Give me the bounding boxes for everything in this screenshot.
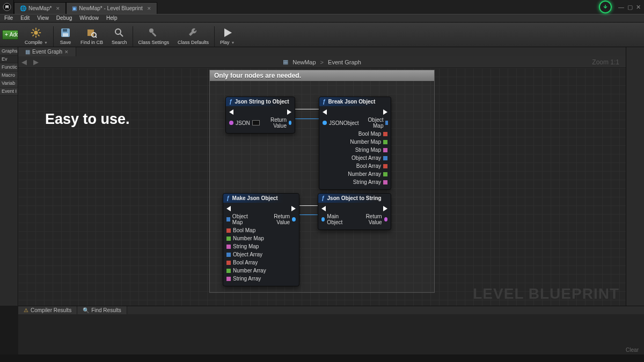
details-panel-collapsed[interactable] xyxy=(626,47,644,306)
object-map-pin[interactable]: Object Map xyxy=(367,117,389,129)
class-settings-button[interactable]: Class Settings xyxy=(134,23,174,47)
graph-watermark: LEVEL BLUEPRINT xyxy=(473,285,619,302)
node-title: Json Object to String xyxy=(327,195,382,201)
lp-variables[interactable]: Variab xyxy=(0,79,18,87)
compile-button[interactable]: Compile▼ xyxy=(20,23,52,47)
exec-out-pin[interactable] xyxy=(383,109,387,115)
close-icon[interactable]: ✕ xyxy=(636,4,641,11)
menu-edit[interactable]: Edit xyxy=(20,15,30,22)
lp-eventgraph[interactable]: Ev xyxy=(0,55,18,63)
bc-map[interactable]: NewMap xyxy=(292,59,316,65)
bool-map-pin[interactable]: Bool Map xyxy=(358,131,387,137)
string-map-pin[interactable]: String Map xyxy=(355,147,387,153)
lp-graphs[interactable]: Graphs xyxy=(0,47,18,55)
titlebar: 🌐 NewMap* ✕ ▣ NewMap* - Level Blueprint … xyxy=(0,0,644,14)
find-in-cb-button[interactable]: Find in CB xyxy=(76,23,107,47)
nav-back-icon[interactable]: ◀ xyxy=(18,58,30,66)
lp-functions[interactable]: Functic xyxy=(0,63,18,71)
tab-level-blueprint[interactable]: ▣ NewMap* - Level Blueprint ✕ xyxy=(66,2,157,14)
chevron-down-icon: ▼ xyxy=(44,41,48,45)
main-object-pin[interactable]: Main Object xyxy=(321,213,350,225)
function-icon: ƒ xyxy=(226,195,230,201)
ue-logo-icon xyxy=(0,0,14,14)
svg-line-6 xyxy=(33,29,34,31)
object-map-pin[interactable]: Object Map xyxy=(226,213,256,225)
exec-in-pin[interactable] xyxy=(323,109,327,115)
node-json-string-to-object[interactable]: ƒJson String to Object JSON Return Value xyxy=(225,97,295,134)
find-cb-icon xyxy=(85,27,98,39)
statusbar xyxy=(0,354,644,362)
graph-tabs: ▦ Event Graph ✕ xyxy=(18,47,626,56)
tab-event-graph[interactable]: ▦ Event Graph ✕ xyxy=(18,47,76,56)
bool-map-pin[interactable]: Bool Map xyxy=(226,227,255,233)
return-value-pin[interactable]: Return Value xyxy=(267,117,291,129)
minimize-icon[interactable]: — xyxy=(618,4,624,10)
function-icon: ƒ xyxy=(323,99,326,105)
save-button[interactable]: Save xyxy=(55,23,76,47)
bool-array-pin[interactable]: Bool Array xyxy=(226,260,258,265)
clear-button[interactable]: Clear xyxy=(626,347,639,353)
warning-icon: ⚠ xyxy=(24,307,28,313)
json-input-pin[interactable]: JSON xyxy=(229,120,260,126)
lp-macros[interactable]: Macro xyxy=(0,71,18,79)
string-map-pin[interactable]: String Map xyxy=(226,243,259,249)
search-label: Search xyxy=(112,40,127,45)
graph-canvas[interactable]: Easy to use. LEVEL BLUEPRINT Only four n… xyxy=(18,68,626,306)
exec-out-pin[interactable] xyxy=(291,206,296,211)
return-value-pin[interactable]: Return Value xyxy=(264,213,296,225)
chevron-down-icon: ▼ xyxy=(231,41,235,45)
play-icon xyxy=(221,27,234,39)
nav-forward-icon[interactable]: ▶ xyxy=(30,58,42,66)
menu-view[interactable]: View xyxy=(37,15,49,22)
object-array-pin[interactable]: Object Array xyxy=(226,252,262,257)
menu-help[interactable]: Help xyxy=(106,15,118,22)
tab-find-results[interactable]: 🔍 Find Results xyxy=(77,306,127,314)
graph-navbar: ◀ ▶ ▦ NewMap > Event Graph Zoom 1:1 xyxy=(18,56,626,68)
comment-title[interactable]: Only four nodes are needed. xyxy=(210,70,434,81)
number-map-pin[interactable]: Number Map xyxy=(350,139,387,145)
add-new-button[interactable]: +Add N xyxy=(2,30,18,40)
wrench-icon xyxy=(187,27,200,39)
menu-debug[interactable]: Debug xyxy=(56,15,72,22)
exec-in-pin[interactable] xyxy=(226,206,231,211)
exec-out-pin[interactable] xyxy=(383,206,387,211)
svg-point-1 xyxy=(34,31,38,34)
number-array-pin[interactable]: Number Array xyxy=(348,171,387,177)
node-break-json-object[interactable]: ƒBreak Json Object JSONObject Object Map… xyxy=(319,97,391,190)
wire-data xyxy=(299,215,318,215)
string-array-pin[interactable]: String Array xyxy=(226,276,261,282)
close-icon[interactable]: ✕ xyxy=(64,49,69,55)
jsonobject-input-pin[interactable]: JSONObject xyxy=(323,120,359,126)
my-blueprint-panel[interactable]: Graphs Ev Functic Macro Variab Event I xyxy=(0,47,18,306)
close-icon[interactable]: ✕ xyxy=(54,6,60,11)
play-button[interactable]: Play▼ xyxy=(216,23,239,47)
node-json-object-to-string[interactable]: ƒJson Object to String Main Object Retur… xyxy=(318,193,391,230)
class-defaults-button[interactable]: Class Defaults xyxy=(173,23,213,47)
text-input[interactable] xyxy=(252,120,260,125)
svg-point-16 xyxy=(115,29,121,34)
return-value-pin[interactable]: Return Value xyxy=(357,213,387,225)
menu-window[interactable]: Window xyxy=(79,15,99,22)
lp-event-dispatchers[interactable]: Event I xyxy=(0,87,18,95)
tab-newmap[interactable]: 🌐 NewMap* ✕ xyxy=(14,2,66,14)
tab-compiler-results[interactable]: ⚠ Compiler Results xyxy=(18,306,77,314)
close-icon[interactable]: ✕ xyxy=(145,6,151,11)
node-make-json-object[interactable]: ƒMake Json Object Object Map Return Valu… xyxy=(223,193,299,286)
bc-graph[interactable]: Event Graph xyxy=(328,59,361,65)
toolbar: +Add N Compile▼ Save Find in CB Search C… xyxy=(0,23,644,47)
object-array-pin[interactable]: Object Array xyxy=(352,155,387,161)
exec-out-pin[interactable] xyxy=(287,109,291,115)
maximize-icon[interactable]: ▢ xyxy=(627,4,633,11)
breadcrumb: ▦ NewMap > Event Graph xyxy=(283,58,361,65)
search-button[interactable]: Search xyxy=(107,23,131,47)
menu-file[interactable]: File xyxy=(4,15,13,22)
number-array-pin[interactable]: Number Array xyxy=(226,268,266,274)
results-area: Clear xyxy=(18,314,644,355)
svg-line-7 xyxy=(38,35,40,36)
number-map-pin[interactable]: Number Map xyxy=(226,235,264,241)
string-array-pin[interactable]: String Array xyxy=(353,179,387,185)
bool-array-pin[interactable]: Bool Array xyxy=(356,163,387,169)
exec-in-pin[interactable] xyxy=(321,206,326,211)
exec-in-pin[interactable] xyxy=(229,109,233,115)
source-control-icon[interactable] xyxy=(599,1,612,13)
